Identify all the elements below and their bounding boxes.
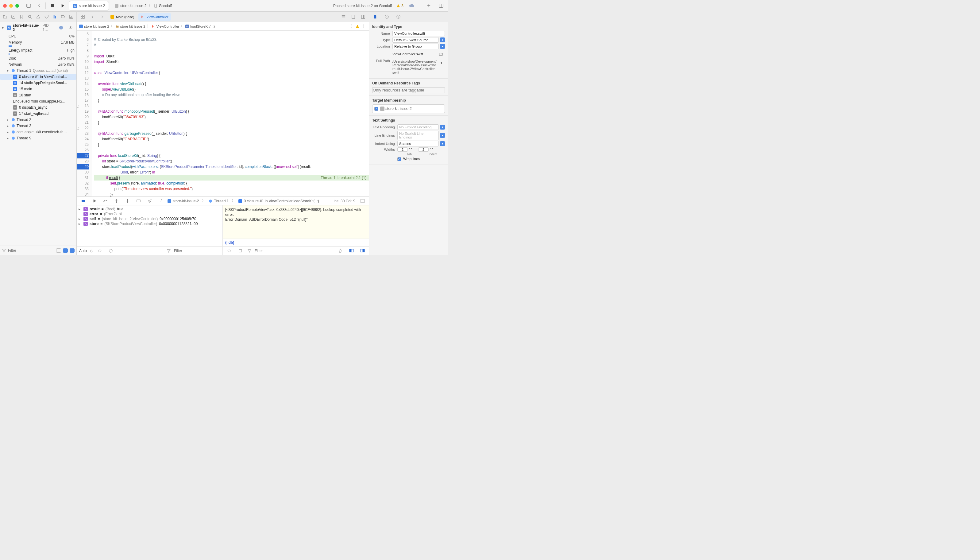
indent-width-stepper[interactable]: ▲▼ — [418, 147, 433, 152]
info-icon[interactable]: i — [57, 23, 65, 32]
thread-1[interactable]: ▾Thread 1 Queue: c…ad (serial) — [0, 68, 76, 74]
warning-count[interactable]: 3 — [396, 4, 404, 8]
cpu-row[interactable]: CPU0% — [0, 33, 76, 39]
run-button[interactable] — [58, 2, 66, 10]
minimap-icon[interactable] — [349, 13, 357, 21]
network-row[interactable]: NetworkZero KB/s — [0, 62, 76, 68]
console[interactable]: [<SKProductRemoteViewTask: 0x283da0240>]… — [223, 205, 369, 246]
toggle-3[interactable] — [70, 248, 75, 253]
bookmark-icon[interactable] — [18, 13, 25, 21]
info-icon[interactable] — [107, 247, 115, 255]
tab-width-stepper[interactable]: ▲▼ — [397, 147, 412, 152]
minimize-window[interactable] — [9, 4, 13, 8]
toggle-2[interactable] — [63, 248, 68, 253]
gutter[interactable]: 5678910111213141516171819202122232425262… — [77, 31, 91, 197]
editor-options-icon[interactable] — [359, 13, 367, 21]
history-forward-icon[interactable] — [98, 13, 106, 21]
editor-outline-icon[interactable] — [358, 197, 366, 205]
related-files-icon[interactable] — [78, 13, 86, 21]
stack-frame-0b[interactable]: ≡0 dispatch_async — [0, 104, 76, 110]
view-memory-icon[interactable] — [135, 197, 142, 205]
close-x-icon[interactable] — [10, 13, 17, 21]
stop-button[interactable] — [48, 2, 56, 10]
cloud-status-icon[interactable] — [408, 2, 416, 10]
console-filter-input[interactable] — [255, 249, 333, 253]
energy-row[interactable]: Energy ImpactHigh — [0, 47, 76, 53]
quicklook-icon[interactable] — [96, 247, 104, 255]
target-checkbox[interactable]: ✓ store-kit-issue-2 — [374, 107, 443, 111]
indent-using-select[interactable]: Spaces — [397, 141, 439, 147]
step-out-icon[interactable] — [123, 197, 131, 205]
stack-frame-0[interactable]: ≡0 closure #1 in ViewControl... — [0, 74, 76, 80]
show-console-icon[interactable] — [358, 247, 366, 255]
jumpbar-main[interactable]: Main (Base) — [108, 13, 136, 21]
lineendings-select[interactable]: No Explicit Line Endings — [397, 131, 439, 140]
debug-more-icon[interactable] — [156, 197, 164, 205]
location-select[interactable]: Relative to Group — [392, 43, 439, 49]
simulate-location-icon[interactable] — [145, 197, 153, 205]
var-self[interactable]: ▸Aself = (store_kit_issue_2.ViewControll… — [78, 217, 221, 222]
stack-frame-15[interactable]: ≡15 main — [0, 86, 76, 92]
help-inspector-icon[interactable]: ? — [394, 13, 402, 21]
scheme-tab[interactable]: A store-kit-issue-2 — [69, 1, 109, 10]
show-vars-icon[interactable] — [347, 247, 355, 255]
trash-icon[interactable] — [336, 247, 344, 255]
encoding-select[interactable]: No Explicit Encoding — [397, 124, 439, 130]
debug-crumb-frame[interactable]: 0 closure #1 in ViewController.loadStore… — [238, 199, 319, 203]
lldb-prompt[interactable]: (lldb) — [223, 238, 369, 246]
nav-folder-icon[interactable] — [2, 13, 8, 21]
stack-frame-17b[interactable]: ≡17 start_wqthread — [0, 110, 76, 117]
jumpbar-file[interactable]: ViewController — [138, 13, 171, 21]
adjust-editor-icon[interactable] — [339, 13, 347, 21]
next-issue-icon[interactable]: 〉 — [363, 24, 366, 28]
variables-view[interactable]: ▸Aresult = (Bool) true ▸Aerror = (Error?… — [77, 205, 223, 246]
step-into-icon[interactable] — [112, 197, 120, 205]
step-over-icon[interactable] — [101, 197, 109, 205]
wrap-lines-checkbox[interactable]: ✓Wrap lines — [397, 157, 420, 161]
tag-icon[interactable] — [43, 13, 50, 21]
debug-hide-icon[interactable] — [79, 197, 87, 205]
prev-issue-icon[interactable]: 〈 — [349, 24, 352, 28]
thread-9[interactable]: ▸Thread 9 — [0, 135, 76, 141]
sidebar-toggle-icon[interactable] — [25, 2, 33, 10]
nav-back-icon[interactable] — [35, 2, 43, 10]
stack-frame-16[interactable]: ≡16 start — [0, 92, 76, 98]
debug-crumb-project[interactable]: store-kit-issue-2 — [168, 199, 199, 203]
arrow-out-icon[interactable]: ➜ — [437, 59, 445, 67]
auto-scope[interactable]: Auto — [79, 249, 87, 253]
add-tab-icon[interactable] — [425, 2, 433, 10]
navigator-filter-input[interactable] — [8, 248, 54, 253]
variables-filter-input[interactable] — [174, 249, 220, 253]
thread-3[interactable]: ▸Thread 3 — [0, 123, 76, 129]
file-type-select[interactable]: Default - Swift Source — [392, 37, 439, 43]
file-path-bar[interactable]: store-kit-issue-2〉 store-kit-issue-2〉 Vi… — [77, 22, 369, 31]
thread-eventfetch[interactable]: ▸com.apple.uikit.eventfetch-th… — [0, 129, 76, 135]
folder-icon[interactable] — [437, 50, 445, 58]
breakpoints-icon[interactable] — [60, 13, 66, 21]
chevron-down-icon[interactable]: ▾ — [440, 133, 445, 138]
var-result[interactable]: ▸Aresult = (Bool) true — [78, 207, 221, 212]
toggle-1[interactable] — [56, 248, 61, 253]
continue-icon[interactable] — [90, 197, 98, 205]
disk-row[interactable]: DiskZero KB/s — [0, 55, 76, 62]
chevron-down-icon[interactable]: ▾ — [440, 37, 445, 42]
zoom-window[interactable] — [15, 4, 19, 8]
breadcrumb-tab[interactable]: store-kit-issue-2 〉 Gandalf — [111, 1, 175, 10]
warning-icon[interactable] — [355, 24, 360, 28]
process-header[interactable]: ▾ A store-kit-issue-2 PID 1… i — [0, 22, 76, 33]
thread-2[interactable]: ▸Thread 2 — [0, 117, 76, 123]
debug-crumb-thread[interactable]: Thread 1 — [209, 199, 229, 203]
reports-icon[interactable] — [68, 13, 75, 21]
chevron-down-icon[interactable]: ▾ — [440, 141, 445, 146]
code-editor[interactable]: 5678910111213141516171819202122232425262… — [77, 31, 369, 197]
chevron-down-icon[interactable]: ▾ — [440, 44, 445, 49]
inspector-toggle-icon[interactable] — [437, 2, 445, 10]
warning-nav-icon[interactable] — [35, 13, 42, 21]
debug-nav-icon[interactable] — [51, 13, 58, 21]
console-eye-icon[interactable] — [225, 247, 233, 255]
console-scope-icon[interactable] — [236, 247, 244, 255]
close-window[interactable] — [3, 4, 7, 8]
file-inspector-icon[interactable] — [371, 13, 379, 21]
var-store[interactable]: ▸Astore = (SKStoreProductViewController)… — [78, 222, 221, 226]
chevron-down-icon[interactable]: ▾ — [440, 125, 445, 130]
